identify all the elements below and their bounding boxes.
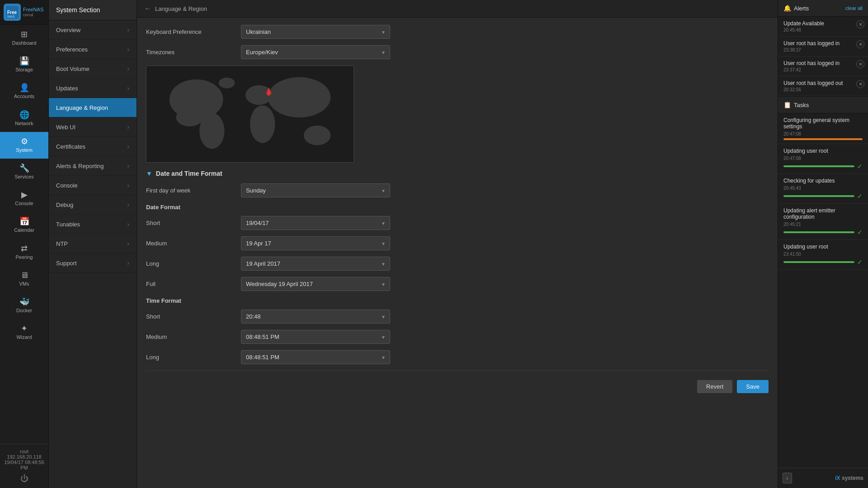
sidebar-item-calendar[interactable]: 📅 Calendar xyxy=(0,212,48,239)
chevron-overview-icon: › xyxy=(127,26,129,33)
sidebar-item-dashboard[interactable]: ⊞ Dashboard xyxy=(0,25,48,52)
sidebar-item-docker[interactable]: 🐳 Docker xyxy=(0,292,48,319)
sub-nav-overview[interactable]: Overview › xyxy=(49,20,137,40)
peering-icon: ⇄ xyxy=(21,244,28,253)
sub-nav-certificates[interactable]: Certificates › xyxy=(49,137,137,156)
wizard-icon: ✦ xyxy=(21,324,28,333)
timezones-select[interactable]: Europe/Kiev xyxy=(241,45,390,59)
alert-time-0: 20:45:48 xyxy=(783,28,863,33)
long-time-row: Long 08:48:51 PM xyxy=(146,350,769,364)
check-icon-2: ✓ xyxy=(857,192,863,200)
keyboard-label: Keyboard Preference xyxy=(146,28,236,35)
alert-time-3: 20:32:56 xyxy=(783,87,863,92)
medium-date-select[interactable]: 19 Apr 17 xyxy=(241,236,390,250)
sub-nav-web-ui[interactable]: Web UI › xyxy=(49,117,137,137)
sidebar-item-network[interactable]: 🌐 Network xyxy=(0,105,48,132)
task-item: Updating user root 23:41:50 ✓ xyxy=(778,240,868,270)
tasks-header: 📋 Tasks xyxy=(778,96,868,113)
sub-nav-support[interactable]: Support › xyxy=(49,253,137,273)
sidebar-item-peering[interactable]: ⇄ Peering xyxy=(0,239,48,266)
keyboard-row: Keyboard Preference Ukrainian xyxy=(146,25,769,39)
sub-nav-alerts-reporting[interactable]: Alerts & Reporting › xyxy=(49,156,137,176)
expand-button[interactable]: › xyxy=(783,473,792,483)
sidebar-item-services[interactable]: 🔧 Services xyxy=(0,159,48,185)
sub-nav-language-region[interactable]: Language & Region › xyxy=(49,98,137,117)
alerts-list: Update Available 20:45:48 ✕ User root ha… xyxy=(778,17,868,96)
sidebar-item-wizard[interactable]: ✦ Wizard xyxy=(0,319,48,346)
long-date-select[interactable]: 19 April 2017 xyxy=(241,257,390,271)
timezones-row: Timezones Europe/Kiev xyxy=(146,45,769,59)
revert-button[interactable]: Revert xyxy=(697,380,732,393)
task-progress-0 xyxy=(783,138,863,140)
alert-close-2[interactable]: ✕ xyxy=(856,60,864,68)
first-day-select-wrapper: Sunday xyxy=(241,183,390,197)
short-date-select[interactable]: 19/04/17 xyxy=(241,216,390,230)
breadcrumb-back[interactable]: ← xyxy=(144,5,151,13)
sub-nav-tunables-label: Tunables xyxy=(56,221,80,228)
task-text-0: Configuring general system settings xyxy=(783,117,863,130)
date-time-section-header: ▼ Date and Time Format xyxy=(146,170,769,177)
task-progress-bar-1 xyxy=(783,165,854,167)
short-time-select[interactable]: 20:48 xyxy=(241,310,390,324)
alerts-label: Alerts xyxy=(794,5,809,12)
system-icon: ⚙ xyxy=(21,137,28,145)
content-area[interactable]: Keyboard Preference Ukrainian Timezones … xyxy=(137,18,778,488)
alert-time-1: 23:38:37 xyxy=(783,47,863,52)
system-label: System xyxy=(16,147,33,153)
task-time-4: 23:41:50 xyxy=(783,252,863,257)
long-time-label: Long xyxy=(146,354,236,361)
sub-nav-debug[interactable]: Debug › xyxy=(49,195,137,215)
keyboard-select[interactable]: Ukrainian xyxy=(241,25,390,39)
task-progress-bar-0 xyxy=(783,138,863,140)
task-progress-4: ✓ xyxy=(783,258,863,266)
save-button[interactable]: Save xyxy=(737,380,769,393)
right-footer: › iX systems xyxy=(778,468,868,488)
sub-nav-tunables[interactable]: Tunables › xyxy=(49,215,137,234)
sub-nav-preferences[interactable]: Preferences › xyxy=(49,40,137,59)
full-date-row: Full Wednesday 19 April 2017 xyxy=(146,277,769,291)
alert-close-0[interactable]: ✕ xyxy=(856,20,864,28)
alert-text-1: User root has logged in xyxy=(783,40,863,47)
sidebar-item-system[interactable]: ⚙ System xyxy=(0,132,48,159)
medium-date-label: Medium xyxy=(146,240,236,247)
medium-date-row: Medium 19 Apr 17 xyxy=(146,236,769,250)
app-name: FreeNAScorral xyxy=(23,7,43,18)
sidebar-item-storage[interactable]: 💾 Storage xyxy=(0,52,48,78)
sidebar-item-console[interactable]: ▶ Console xyxy=(0,185,48,212)
first-day-select[interactable]: Sunday xyxy=(241,183,390,197)
full-date-select-wrapper: Wednesday 19 April 2017 xyxy=(241,277,390,291)
peering-label: Peering xyxy=(16,254,33,260)
medium-time-row: Medium 08:48:51 PM xyxy=(146,330,769,344)
sub-nav-language-region-label: Language & Region xyxy=(56,104,108,111)
sub-nav-updates[interactable]: Updates › xyxy=(49,79,137,98)
bell-icon: 🔔 xyxy=(783,5,791,12)
sub-nav-ntp[interactable]: NTP › xyxy=(49,234,137,253)
sub-nav-boot-volume[interactable]: Boot Volume › xyxy=(49,59,137,79)
sub-nav-web-ui-label: Web UI xyxy=(56,124,75,131)
clear-all-button[interactable]: clear all xyxy=(845,5,863,11)
long-time-select[interactable]: 08:48:51 PM xyxy=(241,350,390,364)
task-text-3: Updating alert emitter configuration xyxy=(783,207,863,220)
collapse-button[interactable]: ▼ xyxy=(146,170,152,177)
sub-nav-console[interactable]: Console › xyxy=(49,176,137,195)
full-date-select[interactable]: Wednesday 19 April 2017 xyxy=(241,277,390,291)
medium-time-label: Medium xyxy=(146,333,236,340)
svg-point-6 xyxy=(199,113,224,149)
storage-label: Storage xyxy=(15,67,33,73)
alert-close-3[interactable]: ✕ xyxy=(856,80,864,88)
sidebar-item-accounts[interactable]: 👤 Accounts xyxy=(0,78,48,105)
alert-close-1[interactable]: ✕ xyxy=(856,40,864,48)
power-button[interactable]: ⏻ xyxy=(4,474,45,483)
medium-time-select-wrapper: 08:48:51 PM xyxy=(241,330,390,344)
first-day-row: First day of week Sunday xyxy=(146,183,769,197)
breadcrumb: ← Language & Region xyxy=(137,0,778,18)
svg-point-11 xyxy=(219,78,235,89)
medium-time-select[interactable]: 08:48:51 PM xyxy=(241,330,390,344)
calendar-icon: 📅 xyxy=(19,217,29,225)
check-icon-1: ✓ xyxy=(857,163,863,170)
datetime-label: 19/04/17 08:48:56 PM xyxy=(4,460,45,470)
alert-time-2: 23:37:42 xyxy=(783,67,863,72)
sidebar-item-vms[interactable]: 🖥 VMs xyxy=(0,266,48,292)
panel-secondary: System Section Overview › Preferences › … xyxy=(49,0,137,488)
timezones-select-wrapper: Europe/Kiev xyxy=(241,45,390,59)
